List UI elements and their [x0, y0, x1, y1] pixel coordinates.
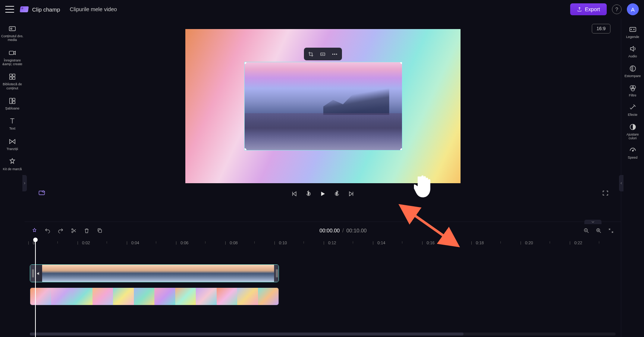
- resize-handle-tr[interactable]: [400, 62, 402, 64]
- ruler-tick: 0:18: [476, 241, 484, 245]
- total-time: 00:10.00: [346, 228, 367, 233]
- svg-rect-2: [9, 51, 14, 54]
- menu-button[interactable]: [5, 6, 14, 13]
- ruler-minor-tick: [57, 241, 58, 244]
- timeline-tools-left: [31, 228, 103, 234]
- svg-point-26: [632, 150, 633, 152]
- sidebar-item-adjust-colors[interactable]: Ajustare culori: [621, 121, 644, 143]
- svg-text:5: 5: [308, 192, 309, 195]
- sidebar-label-fade: Estompare: [625, 74, 641, 78]
- ruler-minor-tick: [254, 241, 255, 244]
- fit-button[interactable]: [319, 50, 327, 58]
- sidebar-label-record: Înregistrare &amp; create: [1, 58, 24, 66]
- app-logo-text: Clip champ: [32, 6, 60, 13]
- fullscreen-button[interactable]: [602, 190, 609, 198]
- sidebar-item-filters[interactable]: Filtre: [621, 82, 644, 99]
- ruler-tick: 0:04: [131, 241, 139, 245]
- export-button[interactable]: Export: [570, 3, 607, 15]
- svg-point-23: [632, 86, 635, 89]
- selected-clip-overlay[interactable]: [244, 62, 402, 150]
- ruler-minor-tick: [205, 241, 205, 244]
- ruler-minor-tick: [500, 241, 501, 244]
- crop-button[interactable]: [307, 50, 315, 58]
- resize-handle-tl[interactable]: [244, 62, 246, 64]
- header-right: Export ? A: [570, 3, 639, 15]
- resize-handle-br[interactable]: [400, 148, 402, 150]
- skip-forward-button[interactable]: 5: [333, 190, 340, 197]
- playback-controls: 5 5: [25, 183, 621, 204]
- sidebar-label-templates: Șabloane: [5, 106, 19, 110]
- sidebar-item-templates[interactable]: Șabloane: [0, 95, 25, 112]
- timeline-ruler[interactable]: 0 0:02 0:04 0:06 0:08 0:10 0:12 0:14 0:1…: [30, 238, 616, 249]
- sidebar-item-media[interactable]: Conținutul dvs. media: [0, 22, 25, 44]
- ruler-minor-tick: [402, 241, 402, 244]
- sidebar-label-speed: Speed: [628, 156, 637, 159]
- zoom-out-button[interactable]: [583, 228, 590, 234]
- clip-mute-button[interactable]: [35, 265, 42, 282]
- split-button[interactable]: [70, 228, 77, 234]
- timeline-scrollbar-thumb[interactable]: [30, 333, 464, 336]
- background-track-clip[interactable]: [30, 287, 279, 305]
- skip-to-start-button[interactable]: [290, 190, 298, 197]
- sidebar-item-library[interactable]: Bibliotecă de conținut: [0, 70, 25, 92]
- clip-trim-handle-left[interactable]: [30, 265, 35, 282]
- undo-button[interactable]: [44, 228, 51, 234]
- help-button[interactable]: ?: [612, 4, 622, 14]
- video-track-clip[interactable]: [30, 264, 279, 282]
- user-avatar[interactable]: A: [627, 3, 639, 15]
- sidebar-item-effects[interactable]: Efecte: [621, 101, 644, 119]
- svg-rect-17: [99, 229, 102, 232]
- timeline-scrollbar[interactable]: [30, 333, 616, 336]
- play-button[interactable]: [320, 191, 326, 197]
- sidebar-item-captions[interactable]: Legende: [621, 23, 644, 41]
- ruler-tick: 0:08: [230, 241, 238, 245]
- aspect-ratio-selector[interactable]: 16:9: [592, 24, 610, 34]
- sidebar-label-captions: Legende: [626, 35, 639, 39]
- skip-to-end-button[interactable]: [348, 190, 355, 197]
- sidebar-label-media: Conținutul dvs. media: [1, 34, 24, 42]
- transport-controls: 5 5: [290, 190, 355, 197]
- timeline-collapse-button[interactable]: [584, 220, 601, 224]
- sidebar-label-transitions: Tranziții: [6, 147, 18, 151]
- svg-rect-7: [10, 98, 12, 104]
- sidebar-item-speed[interactable]: Speed: [621, 144, 644, 162]
- preview-area: 16:9: [25, 19, 621, 222]
- preview-canvas[interactable]: [185, 29, 461, 183]
- sidebar-item-audio[interactable]: Audio: [621, 42, 644, 60]
- svg-rect-5: [10, 77, 12, 79]
- app-logo[interactable]: Clip champ: [20, 6, 60, 13]
- zoom-fit-button[interactable]: [608, 228, 614, 234]
- sidebar-item-fade[interactable]: Estompare: [621, 62, 644, 80]
- timeline-toolbar: 00:00.00 / 00:10.00: [25, 223, 621, 238]
- ruler-tick: 0:16: [427, 241, 434, 245]
- zoom-in-button[interactable]: [596, 228, 602, 234]
- skip-back-button[interactable]: 5: [305, 190, 312, 197]
- sidebar-item-record[interactable]: Înregistrare &amp; create: [0, 47, 25, 69]
- svg-rect-4: [13, 74, 15, 76]
- sidebar-item-transitions[interactable]: Tranziții: [0, 135, 25, 153]
- clip-trim-handle-right[interactable]: [274, 265, 279, 282]
- duplicate-button[interactable]: [97, 228, 103, 234]
- clipchamp-logo-icon: [20, 6, 29, 12]
- sidebar-item-brandkit[interactable]: Kit de marcă: [0, 155, 25, 173]
- svg-rect-0: [9, 27, 16, 31]
- ai-tool-button[interactable]: [31, 228, 38, 234]
- ruler-minor-tick: [550, 241, 550, 244]
- more-options-button[interactable]: [331, 50, 339, 58]
- resize-handle-bl[interactable]: [244, 148, 246, 150]
- timeline-tracks: [30, 264, 616, 305]
- right-sidebar: Legende Audio Estompare Filtre Efecte Aj…: [621, 19, 644, 337]
- svg-text:5: 5: [336, 192, 337, 195]
- ruler-tick: 0:06: [180, 241, 188, 245]
- right-sidebar-toggle[interactable]: [619, 175, 623, 191]
- delete-button[interactable]: [84, 228, 90, 234]
- sidebar-label-brandkit: Kit de marcă: [3, 167, 22, 171]
- autocaption-button[interactable]: [38, 189, 45, 198]
- sidebar-item-text[interactable]: Text: [0, 115, 25, 133]
- ruler-minor-tick: [451, 241, 452, 244]
- redo-button[interactable]: [57, 228, 64, 234]
- playhead[interactable]: [35, 238, 36, 337]
- project-name-input[interactable]: Clipurile mele video: [66, 5, 121, 14]
- center-area: 16:9: [25, 19, 621, 337]
- timeline-tools-right: [583, 228, 614, 234]
